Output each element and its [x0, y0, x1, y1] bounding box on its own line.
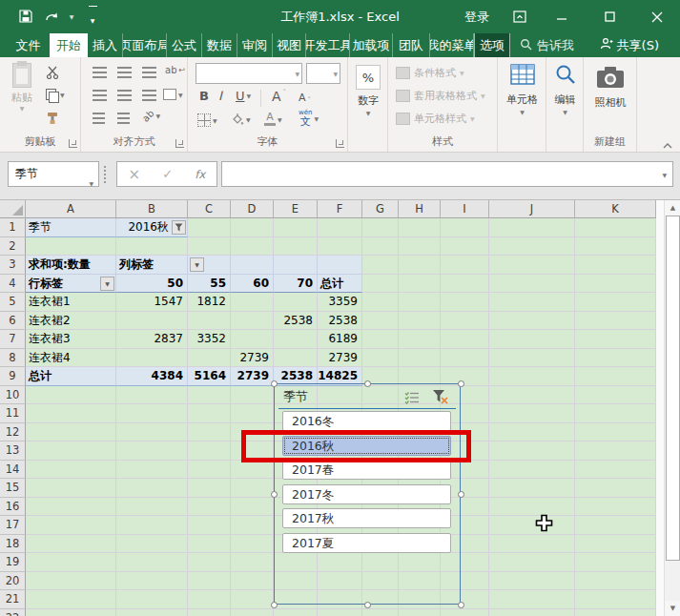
sheet-cell[interactable] — [575, 386, 656, 405]
pivot-cell[interactable]: 3352 — [188, 330, 231, 349]
sheet-cell[interactable] — [399, 349, 441, 368]
slicer-resize-handle[interactable] — [364, 602, 371, 608]
sheet-cell[interactable] — [399, 330, 441, 349]
sheet-cell[interactable] — [489, 293, 575, 312]
sheet-cell[interactable] — [188, 498, 231, 517]
bold-button[interactable]: B — [199, 89, 209, 103]
sheet-cell[interactable] — [188, 572, 231, 591]
pivot-cell[interactable] — [116, 349, 188, 368]
sheet-cell[interactable] — [26, 404, 116, 423]
slicer-resize-handle[interactable] — [458, 380, 464, 387]
sheet-cell[interactable] — [362, 330, 399, 349]
slicer-item-2017秋[interactable]: 2017秋 — [282, 508, 451, 528]
sheet-cell[interactable] — [116, 423, 188, 442]
sheet-cell[interactable] — [362, 256, 399, 275]
sheet-cell[interactable] — [26, 498, 116, 517]
sheet-cell[interactable] — [231, 535, 274, 554]
sheet-cell[interactable] — [575, 441, 656, 461]
row-header-10[interactable]: 10 — [0, 386, 26, 405]
sheet-cell[interactable] — [231, 590, 274, 609]
pivot-cell[interactable]: 60 — [231, 275, 274, 294]
sheet-cell[interactable] — [188, 237, 231, 257]
slicer-resize-handle[interactable] — [271, 380, 278, 387]
sheet-cell[interactable] — [116, 590, 188, 609]
tab-formulas[interactable]: 公式 — [167, 33, 202, 57]
pivot-cell[interactable]: 列标签 — [116, 256, 188, 275]
pivot-cell[interactable]: 季节 — [26, 218, 116, 237]
pivot-cell[interactable]: 50 — [116, 275, 188, 294]
row-header-8[interactable]: 8 — [0, 349, 26, 368]
pivot-cell[interactable]: 6189 — [318, 330, 362, 349]
sheet-cell[interactable] — [489, 275, 575, 294]
pivot-cell[interactable]: 2739 — [231, 349, 274, 368]
shrink-font-icon[interactable]: Aˇ — [299, 91, 311, 104]
pivot-cell[interactable]: 2837 — [116, 330, 188, 349]
pivot-cell[interactable] — [274, 349, 318, 368]
sheet-cell[interactable] — [489, 330, 575, 349]
row-header-16[interactable]: 16 — [0, 498, 26, 517]
sheet-cell[interactable] — [231, 516, 274, 535]
sheet-cell[interactable] — [575, 218, 656, 237]
editing-button[interactable]: 编辑 ▼ — [546, 63, 584, 115]
sheet-cell[interactable] — [231, 218, 274, 237]
column-labels-dropdown-icon[interactable]: ▼ — [190, 257, 204, 272]
wrap-text-icon[interactable]: ab↩ — [165, 65, 185, 75]
slicer-resize-handle[interactable] — [364, 380, 371, 387]
font-size-combo[interactable]: ▼ — [306, 63, 340, 84]
alignment-dialog-launcher-icon[interactable] — [175, 139, 184, 148]
pivot-cell[interactable]: 连衣裙4 — [26, 349, 116, 368]
slicer-resize-handle[interactable] — [458, 491, 464, 498]
sheet-cell[interactable] — [441, 293, 489, 312]
sheet-cell[interactable] — [575, 404, 656, 423]
sheet-cell[interactable] — [26, 590, 116, 609]
sheet-cell[interactable] — [489, 404, 575, 423]
sheet-cell[interactable] — [489, 498, 575, 517]
sheet-cell[interactable] — [116, 609, 188, 616]
pivot-cell[interactable]: 2538 — [318, 312, 362, 331]
row-labels-dropdown-icon[interactable]: ▼ — [100, 277, 114, 291]
sheet-cell[interactable] — [362, 237, 399, 257]
tab-options[interactable]: 选项 — [474, 33, 510, 57]
column-header-C[interactable]: C — [188, 200, 231, 218]
sheet-cell[interactable] — [399, 293, 441, 312]
column-header-A[interactable]: A — [26, 200, 116, 218]
italic-button[interactable]: I — [218, 89, 222, 103]
sheet-cell[interactable] — [231, 479, 274, 498]
column-header-I[interactable]: I — [441, 200, 489, 218]
pivot-cell[interactable]: 2739 — [231, 367, 274, 386]
sheet-cell[interactable] — [274, 237, 318, 257]
sheet-cell[interactable] — [318, 237, 362, 257]
sheet-cell[interactable] — [188, 423, 231, 442]
align-middle-icon[interactable] — [117, 67, 132, 78]
pivot-cell[interactable]: 5164 — [188, 367, 231, 386]
sheet-cell[interactable] — [489, 349, 575, 368]
pivot-cell[interactable]: 70 — [274, 275, 318, 294]
sheet-cell[interactable] — [441, 237, 489, 257]
sheet-cell[interactable] — [489, 461, 575, 480]
formula-bar-expand-icon[interactable]: ▼ — [662, 172, 667, 178]
pivot-cell[interactable]: 55 — [188, 275, 231, 294]
sheet-cell[interactable] — [575, 423, 656, 442]
close-button[interactable] — [640, 0, 674, 33]
column-header-D[interactable]: D — [231, 200, 274, 218]
column-header-H[interactable]: H — [399, 200, 441, 218]
scroll-down-icon[interactable]: ▼ — [665, 601, 680, 616]
sheet-cell[interactable] — [441, 312, 489, 331]
sheet-cell[interactable] — [231, 498, 274, 517]
sheet-cell[interactable] — [26, 237, 116, 257]
slicer-clear-filter-icon[interactable] — [432, 389, 448, 408]
number-format-button[interactable]: % 数字 ▼ — [348, 65, 388, 116]
sheet-cell[interactable] — [231, 553, 274, 572]
pivot-cell[interactable] — [188, 349, 231, 368]
cancel-icon[interactable]: × — [129, 166, 141, 183]
row-header-19[interactable]: 19 — [0, 553, 26, 572]
format-painter-icon[interactable] — [46, 112, 60, 125]
merge-center-icon[interactable]: ▼ — [163, 89, 183, 100]
clipboard-dialog-launcher-icon[interactable] — [69, 139, 77, 148]
tab-my-menu[interactable]: 我的菜单 — [430, 33, 474, 57]
fill-color-icon[interactable]: ▼ — [230, 113, 251, 127]
cell-styles-button[interactable]: 单元格样式▼ — [396, 112, 475, 126]
sheet-cell[interactable] — [26, 441, 116, 461]
formula-bar-splitter[interactable] — [104, 166, 106, 183]
sheet-cell[interactable] — [231, 609, 274, 616]
